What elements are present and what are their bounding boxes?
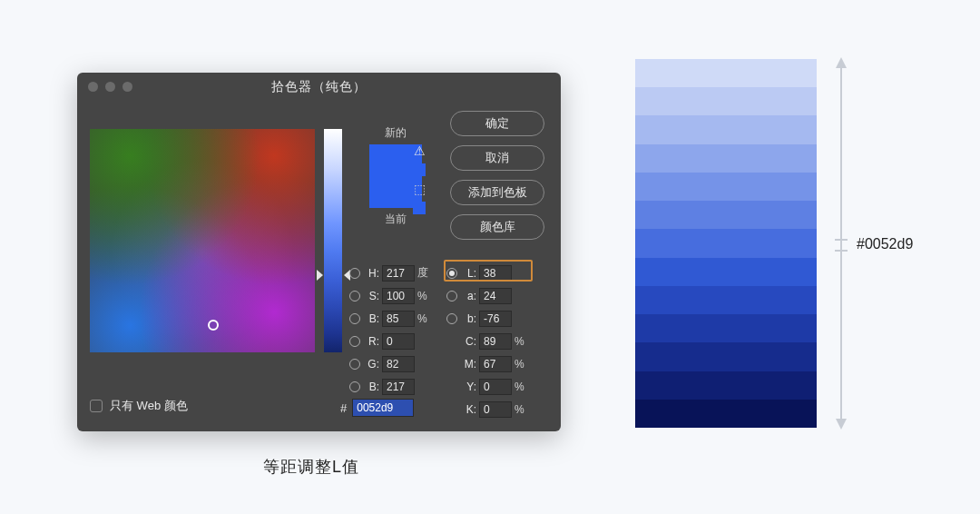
label-bv: B: <box>363 312 379 325</box>
unit-k: % <box>514 403 529 416</box>
radio-h[interactable] <box>349 268 360 279</box>
unit-h: 度 <box>417 265 432 281</box>
color-ladder <box>635 59 817 428</box>
web-only-checkbox[interactable]: 只有 Web 颜色 <box>90 398 188 414</box>
label-m: M: <box>460 358 476 371</box>
label-h: H: <box>363 267 379 280</box>
input-g[interactable] <box>382 356 415 372</box>
color-libraries-button[interactable]: 颜色库 <box>450 214 544 240</box>
ladder-step <box>635 115 817 143</box>
ladder-step <box>635 342 817 371</box>
input-l[interactable] <box>479 265 512 282</box>
gamut-warning-icon[interactable]: ⚠ <box>414 143 426 158</box>
label-l: L: <box>460 267 476 280</box>
input-k[interactable] <box>479 401 512 418</box>
radio-s[interactable] <box>349 291 360 301</box>
ok-button[interactable]: 确定 <box>450 111 544 136</box>
dialog-title: 拾色器（纯色） <box>77 79 561 95</box>
ladder-step <box>635 144 817 173</box>
cube-icon[interactable]: ⬚ <box>414 182 426 196</box>
label-s: S: <box>363 290 379 302</box>
cancel-button[interactable]: 取消 <box>450 145 544 171</box>
input-r[interactable] <box>382 333 415 350</box>
new-label: 新的 <box>355 125 436 141</box>
ladder-step <box>635 400 817 428</box>
close-icon[interactable] <box>88 82 98 92</box>
radio-b[interactable] <box>446 313 457 324</box>
input-b[interactable] <box>479 311 512 327</box>
color-values-grid: H: 度 L: S: % a: B: <box>349 262 544 420</box>
ladder-step <box>635 229 817 257</box>
label-b: b: <box>460 312 476 325</box>
gamut-swatch[interactable] <box>413 163 426 176</box>
input-h[interactable] <box>382 265 415 282</box>
minimize-icon[interactable] <box>105 82 115 92</box>
label-r: R: <box>363 335 379 348</box>
ladder-step <box>635 173 817 201</box>
zoom-icon[interactable] <box>122 82 132 92</box>
ladder-step <box>635 286 817 314</box>
window-controls[interactable] <box>88 82 132 92</box>
label-bc: B: <box>363 381 379 393</box>
ladder-step <box>635 314 817 342</box>
input-bc[interactable] <box>382 379 415 395</box>
saturation-brightness-field[interactable] <box>90 129 315 352</box>
picker-cursor-icon[interactable] <box>208 320 219 331</box>
dialog-titlebar[interactable]: 拾色器（纯色） <box>77 73 561 102</box>
checkbox-icon[interactable] <box>90 400 103 412</box>
arrow-up-icon <box>836 57 847 68</box>
hue-slider[interactable] <box>324 129 342 352</box>
hex-input[interactable] <box>352 399 414 417</box>
radio-a[interactable] <box>446 291 457 301</box>
websafe-swatch[interactable] <box>413 202 426 214</box>
input-a[interactable] <box>479 288 512 304</box>
radio-r[interactable] <box>349 336 360 347</box>
label-y: Y: <box>460 381 476 393</box>
input-m[interactable] <box>479 356 512 372</box>
input-bv[interactable] <box>382 311 415 327</box>
label-k: K: <box>460 403 476 416</box>
web-only-label: 只有 Web 颜色 <box>110 398 188 414</box>
dimension-tick <box>835 239 848 241</box>
unit-y: % <box>514 381 529 393</box>
radio-l[interactable] <box>446 268 457 279</box>
unit-s: % <box>417 290 432 302</box>
ladder-step <box>635 87 817 115</box>
arrow-down-icon <box>836 419 847 430</box>
ladder-step <box>635 371 817 400</box>
label-g: G: <box>363 358 379 371</box>
radio-g[interactable] <box>349 359 360 370</box>
unit-bv: % <box>417 312 432 325</box>
dimension-tick <box>835 250 848 252</box>
hex-prefix: # <box>340 401 347 415</box>
ladder-step <box>635 59 817 87</box>
add-swatch-button[interactable]: 添加到色板 <box>450 180 544 205</box>
dimension-line <box>840 68 842 419</box>
ladder-hex-label: #0052d9 <box>857 236 913 252</box>
unit-m: % <box>514 358 529 371</box>
input-c[interactable] <box>479 333 512 350</box>
ladder-step <box>635 258 817 286</box>
ladder-step <box>635 201 817 229</box>
color-picker-dialog: 拾色器（纯色） 新的 当前 ⚠ ⬚ 确定 取消 添加到色板 颜色库 <box>77 73 561 431</box>
dimension-bar <box>833 59 849 428</box>
unit-c: % <box>514 335 529 348</box>
hue-slider-handle-left-icon[interactable] <box>317 270 323 281</box>
radio-bc[interactable] <box>349 381 360 392</box>
radio-bv[interactable] <box>349 313 360 324</box>
input-s[interactable] <box>382 288 415 304</box>
label-c: C: <box>460 335 476 348</box>
label-a: a: <box>460 290 476 302</box>
caption-text: 等距调整L值 <box>263 456 359 478</box>
input-y[interactable] <box>479 379 512 395</box>
